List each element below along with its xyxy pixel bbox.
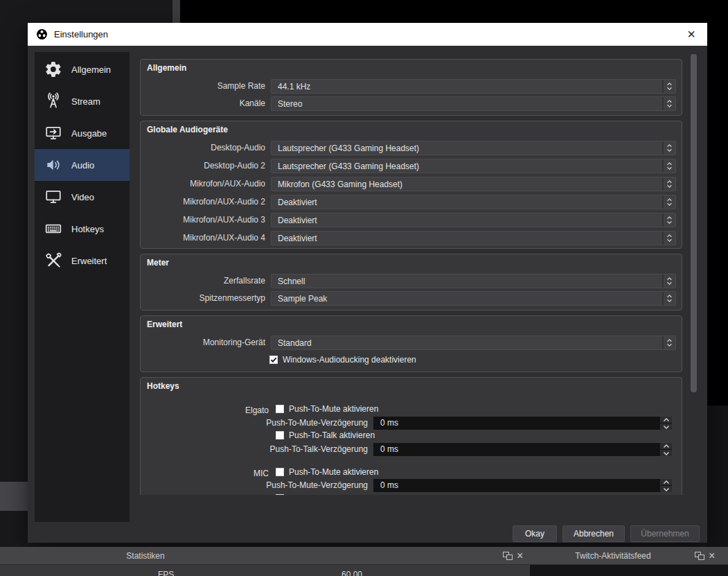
field-label: Mikrofon/AUX-Audio: [141, 177, 265, 191]
scrollbar-thumb[interactable]: [691, 54, 697, 392]
select-value: 44.1 kHz: [272, 82, 662, 91]
spin-down-icon[interactable]: [660, 424, 672, 430]
checkbox-checked-icon[interactable]: [269, 356, 278, 364]
monitoring-device-select[interactable]: Standard: [271, 335, 676, 350]
gear-icon: [44, 60, 63, 79]
elgato-push-to-talk-checkbox-row[interactable]: Push-To-Talk aktivieren: [276, 430, 375, 440]
sidebar-label: Stream: [71, 96, 100, 107]
section-title: Meter: [147, 258, 169, 268]
dialog-title: Einstellungen: [54, 29, 108, 40]
field-label: Desktop-Audio 2: [141, 159, 265, 173]
sidebar-label: Audio: [71, 160, 94, 171]
okay-button[interactable]: Okay: [513, 525, 557, 542]
sidebar-item-hotkeys[interactable]: Hotkeys: [35, 213, 130, 245]
dock-float-icon[interactable]: [695, 552, 704, 560]
elgato-push-to-mute-delay-input[interactable]: 0 ms: [373, 416, 673, 430]
mic-push-to-talk-checkbox-row-partial[interactable]: [276, 494, 284, 495]
content-scrollbar[interactable]: [691, 54, 697, 495]
checkbox-label: Push-To-Talk aktivieren: [289, 430, 375, 440]
group-label-mic: MIC: [141, 469, 269, 478]
close-icon[interactable]: ×: [681, 23, 702, 46]
fps-value: 60.00: [341, 570, 362, 576]
section-title: Erweitert: [147, 320, 182, 329]
fps-label: FPS: [158, 570, 174, 576]
desktop-audio-2-select[interactable]: Lautsprecher (G433 Gaming Headset): [271, 159, 676, 173]
select-value: Stereo: [272, 99, 662, 109]
sidebar-item-video[interactable]: Video: [35, 181, 130, 213]
spin-up-icon[interactable]: [660, 417, 672, 423]
sidebar-item-ausgabe[interactable]: Ausgabe: [35, 117, 130, 149]
checkbox-unchecked-icon[interactable]: [276, 494, 284, 495]
field-label: Push-To-Talk-Verzögerung: [141, 442, 368, 457]
twitch-dock-content: [530, 565, 728, 576]
audio-ducking-checkbox-row[interactable]: Windows-Audioducking deaktivieren: [269, 355, 416, 365]
background-divider: [172, 0, 180, 23]
dock-close-icon[interactable]: ×: [709, 547, 715, 565]
chevron-updown-icon: [662, 336, 675, 349]
chevron-updown-icon: [662, 195, 675, 209]
elgato-push-to-talk-delay-input[interactable]: 0 ms: [373, 442, 673, 457]
chevron-updown-icon: [662, 274, 675, 288]
spinner-buttons[interactable]: [660, 443, 672, 456]
chevron-updown-icon: [662, 232, 675, 245]
keyboard-icon: [44, 219, 63, 238]
spinner-buttons[interactable]: [660, 479, 672, 492]
sample-rate-select[interactable]: 44.1 kHz: [271, 79, 676, 94]
checkbox-label: Push-To-Mute aktivieren: [289, 404, 378, 414]
checkbox-unchecked-icon[interactable]: [276, 431, 284, 439]
cancel-button[interactable]: Abbrechen: [562, 525, 625, 542]
channels-select[interactable]: Stereo: [271, 96, 676, 111]
checkbox-unchecked-icon[interactable]: [276, 405, 284, 413]
obs-logo-icon: [36, 28, 48, 40]
section-title: Hotkeys: [147, 381, 179, 391]
spinner-value: 0 ms: [373, 443, 660, 456]
mic-aux-3-select[interactable]: Deaktiviert: [271, 213, 676, 227]
mic-aux-2-select[interactable]: Deaktiviert: [271, 195, 676, 209]
chevron-updown-icon: [662, 213, 675, 227]
spin-up-icon[interactable]: [660, 443, 672, 449]
field-label: Sample Rate: [141, 79, 265, 94]
dock-float-icon[interactable]: [503, 552, 513, 560]
elgato-push-to-mute-checkbox-row[interactable]: Push-To-Mute aktivieren: [276, 404, 378, 414]
spin-up-icon[interactable]: [660, 479, 672, 485]
mic-aux-4-select[interactable]: Deaktiviert: [271, 231, 676, 245]
mic-push-to-mute-delay-input[interactable]: 0 ms: [373, 478, 673, 493]
select-value: Deaktiviert: [272, 198, 662, 207]
select-value: Lautsprecher (G433 Gaming Headset): [272, 143, 662, 153]
monitor-icon: [44, 187, 63, 207]
section-hotkeys: Hotkeys Elgato Push-To-Mute aktivieren P…: [140, 377, 682, 495]
sidebar-item-allgemein[interactable]: Allgemein: [35, 53, 130, 85]
sidebar-item-erweitert[interactable]: Erweitert: [35, 245, 130, 277]
select-value: Standard: [272, 338, 662, 348]
select-value: Deaktiviert: [272, 216, 662, 225]
peak-meter-type-select[interactable]: Sample Peak: [271, 291, 676, 306]
select-value: Schnell: [272, 277, 662, 286]
section-title: Globale Audiogeräte: [147, 125, 228, 134]
apply-button[interactable]: Übernehmen: [630, 525, 700, 542]
field-label: Desktop-Audio: [141, 141, 265, 155]
checkbox-unchecked-icon[interactable]: [276, 468, 284, 476]
select-value: Deaktiviert: [272, 234, 662, 243]
field-label: Mikrofon/AUX-Audio 3: [141, 213, 265, 227]
sidebar-label: Hotkeys: [71, 224, 104, 234]
spinner-value: 0 ms: [373, 479, 660, 492]
sidebar-item-audio[interactable]: Audio: [35, 149, 130, 181]
spin-down-icon[interactable]: [660, 486, 672, 492]
sidebar-label: Erweitert: [71, 256, 107, 266]
mic-push-to-mute-checkbox-row[interactable]: Push-To-Mute aktivieren: [276, 467, 378, 477]
sidebar-item-stream[interactable]: Stream: [35, 85, 130, 117]
stats-dock-content: FPS 60.00: [0, 565, 530, 576]
spin-down-icon[interactable]: [660, 450, 672, 456]
desktop-audio-select[interactable]: Lautsprecher (G433 Gaming Headset): [271, 141, 676, 155]
chevron-updown-icon: [662, 97, 675, 110]
decay-rate-select[interactable]: Schnell: [271, 274, 676, 288]
spinner-buttons[interactable]: [660, 417, 672, 430]
chevron-updown-icon: [662, 177, 675, 191]
dock-close-icon[interactable]: ×: [517, 547, 523, 565]
antenna-icon: [44, 91, 63, 111]
dialog-titlebar[interactable]: Einstellungen ×: [28, 23, 707, 46]
mic-aux-select[interactable]: Mikrofon (G433 Gaming Headset): [271, 177, 676, 191]
field-label: Zerfallsrate: [141, 274, 265, 288]
monitor-arrow-icon: [44, 123, 63, 143]
section-meter: Meter Zerfallsrate Schnell Spitzenmesser…: [140, 254, 682, 311]
